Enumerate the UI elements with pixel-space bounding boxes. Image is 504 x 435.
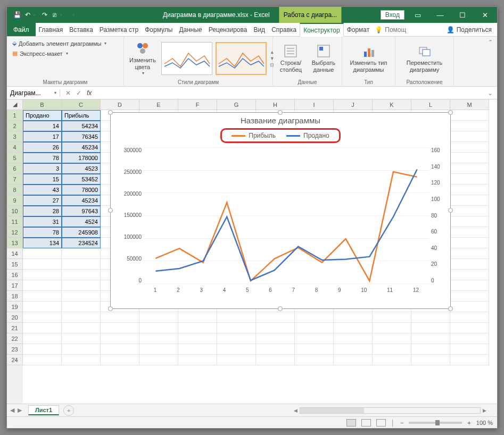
camera-icon[interactable]: ⎚▾ — [53, 9, 64, 21]
cell-B16[interactable] — [23, 270, 62, 280]
cell-B4[interactable]: 26 — [23, 142, 62, 153]
row-header-5[interactable]: 5 — [7, 153, 23, 163]
worksheet[interactable]: ◢ 12345678910111213141516171819202122232… — [7, 99, 497, 404]
tab-formulas[interactable]: Формулы — [142, 23, 176, 36]
row-header-13[interactable]: 13 — [7, 238, 23, 248]
cell-K20[interactable] — [373, 312, 411, 323]
cell-I21[interactable] — [295, 323, 334, 333]
collapse-ribbon-icon[interactable]: ⌃ — [488, 39, 493, 46]
tab-data[interactable]: Данные — [176, 23, 205, 36]
cell-D24[interactable] — [101, 355, 139, 365]
cell-D22[interactable] — [101, 333, 139, 344]
cell-M14[interactable] — [450, 248, 489, 259]
legend-item-profit[interactable]: Прибыль — [232, 132, 276, 139]
cell-C20[interactable] — [62, 312, 101, 323]
cell-D23[interactable] — [101, 344, 139, 355]
cell-B6[interactable]: 3 — [23, 163, 62, 174]
sheet-tab-1[interactable]: Лист1 — [28, 405, 59, 415]
cell-M13[interactable] — [450, 238, 489, 248]
cell-B10[interactable]: 28 — [23, 206, 62, 216]
cell-C1[interactable]: Прибыль — [62, 110, 101, 121]
cell-M3[interactable] — [450, 131, 489, 142]
cell-K21[interactable] — [373, 323, 411, 333]
cell-E23[interactable] — [139, 344, 178, 355]
fx-icon[interactable]: fx — [87, 89, 92, 97]
cell-M15[interactable] — [450, 259, 489, 270]
row-header-1[interactable]: 1 — [7, 110, 23, 121]
chart-handle-w[interactable] — [108, 208, 113, 213]
cell-M1[interactable] — [450, 110, 489, 121]
cell-B12[interactable]: 78 — [23, 227, 62, 238]
cell-G21[interactable] — [217, 323, 256, 333]
cell-B2[interactable]: 14 — [23, 121, 62, 131]
cancel-formula-icon[interactable]: ✕ — [65, 89, 71, 97]
legend-item-sold[interactable]: Продано — [286, 132, 329, 139]
cell-D21[interactable] — [101, 323, 139, 333]
cell-L22[interactable] — [411, 333, 450, 344]
cell-L24[interactable] — [411, 355, 450, 365]
cell-M2[interactable] — [450, 121, 489, 131]
cell-D20[interactable] — [101, 312, 139, 323]
cell-M12[interactable] — [450, 227, 489, 238]
row-header-6[interactable]: 6 — [7, 163, 23, 174]
row-header-2[interactable]: 2 — [7, 121, 23, 131]
cell-H21[interactable] — [256, 323, 295, 333]
row-header-22[interactable]: 22 — [7, 333, 23, 344]
row-header-18[interactable]: 18 — [7, 291, 23, 302]
cell-B11[interactable]: 31 — [23, 216, 62, 227]
row-header-21[interactable]: 21 — [7, 323, 23, 333]
tab-format[interactable]: Формат — [344, 23, 373, 36]
chart-handle-ne[interactable] — [448, 110, 453, 115]
row-header-11[interactable]: 11 — [7, 216, 23, 227]
x-axis[interactable]: 123456789101112 — [144, 287, 429, 293]
cell-H24[interactable] — [256, 355, 295, 365]
cell-C14[interactable] — [62, 248, 101, 259]
tab-help[interactable]: Справка — [268, 23, 300, 36]
redo-icon[interactable]: ↷ — [39, 9, 51, 21]
cell-B7[interactable]: 15 — [23, 174, 62, 185]
chart-style-1[interactable] — [161, 42, 212, 75]
cell-J21[interactable] — [334, 323, 373, 333]
cell-K24[interactable] — [373, 355, 411, 365]
row-header-19[interactable]: 19 — [7, 302, 23, 312]
sheet-nav-right-icon[interactable]: ▶ — [18, 407, 22, 414]
cell-B5[interactable]: 78 — [23, 153, 62, 163]
view-page-break-icon[interactable] — [376, 419, 386, 426]
cell-C22[interactable] — [62, 333, 101, 344]
cell-C9[interactable]: 45234 — [62, 195, 101, 206]
cell-M22[interactable] — [450, 333, 489, 344]
cell-B21[interactable] — [23, 323, 62, 333]
chart-style-2[interactable] — [216, 42, 267, 75]
tell-me[interactable]: 💡Помощ — [375, 23, 406, 36]
cell-C10[interactable]: 97643 — [62, 206, 101, 216]
cell-C4[interactable]: 45234 — [62, 142, 101, 153]
column-header-C[interactable]: C — [62, 99, 101, 110]
maximize-icon[interactable]: ☐ — [453, 7, 472, 23]
row-header-10[interactable]: 10 — [7, 206, 23, 216]
select-all-corner[interactable]: ◢ — [7, 99, 23, 110]
cell-I24[interactable] — [295, 355, 334, 365]
move-chart-button[interactable]: Переместить диаграмму — [399, 43, 450, 74]
cell-M23[interactable] — [450, 344, 489, 355]
cell-L23[interactable] — [411, 344, 450, 355]
cell-C23[interactable] — [62, 344, 101, 355]
cell-B20[interactable] — [23, 312, 62, 323]
share-button[interactable]: 👤Поделиться — [441, 23, 497, 36]
undo-icon[interactable]: ↶▾ — [25, 9, 37, 21]
column-header-L[interactable]: L — [411, 99, 450, 110]
chart-handle-nw[interactable] — [108, 110, 113, 115]
row-header-14[interactable]: 14 — [7, 248, 23, 259]
cell-M5[interactable] — [450, 153, 489, 163]
cell-B23[interactable] — [23, 344, 62, 355]
cell-E21[interactable] — [139, 323, 178, 333]
row-header-20[interactable]: 20 — [7, 312, 23, 323]
select-data-button[interactable]: Выбрать данные — [309, 43, 338, 74]
cell-I20[interactable] — [295, 312, 334, 323]
embedded-chart[interactable]: Название диаграммы Прибыль Продано — [110, 112, 451, 309]
tab-design[interactable]: Конструктор — [300, 23, 343, 37]
minimize-icon[interactable]: — — [431, 7, 449, 23]
chart-handle-n[interactable] — [278, 110, 283, 115]
cell-F21[interactable] — [178, 323, 217, 333]
cell-C13[interactable]: 234524 — [62, 238, 101, 248]
row-header-15[interactable]: 15 — [7, 259, 23, 270]
